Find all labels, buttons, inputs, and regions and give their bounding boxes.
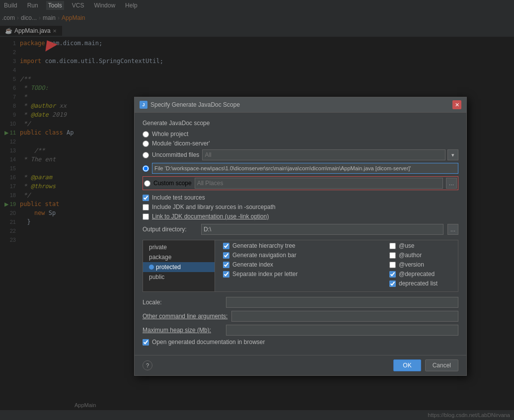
output-dir-input[interactable] [201, 224, 443, 235]
cb-include-test-label: Include test sources [152, 194, 205, 201]
custom-scope-combo[interactable] [195, 178, 443, 189]
locale-input[interactable] [226, 297, 458, 308]
heap-size-input[interactable] [226, 325, 458, 336]
cb-dep-list-input[interactable] [389, 280, 396, 287]
uncommitted-combo: ▾ [202, 149, 458, 160]
scope-list: private package protected public [143, 240, 215, 291]
help-button[interactable]: ? [143, 360, 152, 370]
cb-gen-hierarchy-label: Generate hierarchy tree [232, 242, 295, 249]
radio-custom-label: Custom scope [153, 180, 192, 187]
javadoc-dialog: J Specify Generate JavaDoc Scope ✕ Gener… [134, 97, 467, 376]
cb-gen-navbar[interactable]: Generate navigation bar [223, 252, 379, 259]
generate-options: Generate hierarchy tree Generate navigat… [223, 242, 379, 289]
cb-deprecated-label: @deprecated [399, 271, 435, 278]
cb-gen-index[interactable]: Generate index [223, 261, 379, 268]
cb-gen-index-label: Generate index [232, 261, 273, 268]
footer-buttons: OK Cancel [393, 359, 458, 371]
tag-options: @use @author @version @deprecated [389, 242, 454, 289]
options-panel: private package protected public Generat… [143, 240, 458, 292]
heap-size-row: Maximum heap size (Mb): [143, 325, 458, 336]
cancel-button[interactable]: Cancel [425, 359, 458, 371]
cb-author-label: @author [399, 252, 422, 259]
cb-sep-index[interactable]: Separate index per letter [223, 271, 379, 278]
cb-author[interactable]: @author [389, 252, 454, 259]
dialog-footer: ? OK Cancel [135, 355, 466, 375]
radio-uncommitted[interactable]: Uncommitted files ▾ [143, 149, 458, 160]
cb-deprecated-input[interactable] [389, 271, 396, 278]
cb-sep-index-input[interactable] [223, 271, 229, 278]
dialog-icon: J [140, 101, 147, 109]
scope-private[interactable]: private [143, 242, 215, 252]
radio-whole-project[interactable]: Whole project [143, 131, 458, 138]
uncommitted-combo-btn[interactable]: ▾ [447, 149, 458, 160]
dialog-title: J Specify Generate JavaDoc Scope [140, 101, 240, 109]
dialog-body: Generate JavaDoc scope Whole project Mod… [135, 113, 466, 355]
cb-use[interactable]: @use [389, 242, 454, 249]
cb-include-jdk-input[interactable] [143, 204, 149, 210]
radio-whole-project-input[interactable] [143, 131, 149, 138]
locale-label: Locale: [143, 299, 222, 306]
options-right: Generate hierarchy tree Generate navigat… [219, 240, 458, 291]
cb-include-jdk[interactable]: Include JDK and library sources in -sour… [143, 204, 458, 210]
uncommitted-combo-input[interactable] [202, 149, 445, 160]
cb-open-browser-label: Open generated documentation in browser [152, 339, 265, 346]
options-columns: Generate hierarchy tree Generate navigat… [223, 242, 454, 289]
cb-gen-navbar-label: Generate navigation bar [232, 252, 296, 259]
cb-open-browser[interactable]: Open generated documentation in browser [143, 339, 458, 346]
cb-open-browser-input[interactable] [143, 339, 149, 346]
other-args-input[interactable] [231, 311, 458, 322]
other-args-label: Other command line arguments: [143, 313, 227, 320]
cb-dep-list-label: deprecated list [399, 280, 438, 287]
scope-public[interactable]: public [143, 272, 215, 282]
cb-include-test[interactable]: Include test sources [143, 194, 458, 201]
cb-deprecated[interactable]: @deprecated [389, 271, 454, 278]
radio-module-input[interactable] [143, 140, 149, 147]
cb-link-jdk-input[interactable] [143, 213, 149, 220]
ok-button[interactable]: OK [393, 359, 421, 371]
radio-custom-scope[interactable]: Custom scope … [143, 176, 458, 190]
radio-module[interactable]: Module 'dicom-server' [143, 140, 458, 147]
radio-uncommitted-label: Uncommitted files [152, 151, 199, 158]
cb-include-test-input[interactable] [143, 195, 149, 201]
cb-link-jdk-label: Link to JDK documentation (use -link opt… [152, 213, 269, 220]
scope-protected[interactable]: protected [143, 262, 215, 272]
custom-scope-browse-btn[interactable]: … [446, 178, 457, 189]
other-args-row: Other command line arguments: [143, 311, 458, 322]
cb-gen-navbar-input[interactable] [223, 252, 229, 259]
scope-package[interactable]: package [143, 252, 215, 262]
output-directory-row: Output directory: … [143, 224, 458, 235]
cb-gen-hierarchy-input[interactable] [223, 243, 229, 249]
cb-version-label: @version [399, 261, 424, 268]
radio-whole-project-label: Whole project [152, 131, 188, 138]
radio-file-input[interactable] [143, 165, 149, 172]
cb-gen-hierarchy[interactable]: Generate hierarchy tree [223, 242, 379, 249]
cb-include-jdk-label: Include JDK and library sources in -sour… [152, 204, 276, 210]
radio-custom-input[interactable] [144, 180, 150, 187]
scope-radio-indicator [149, 265, 154, 270]
radio-file[interactable] [143, 163, 458, 174]
dialog-title-bar: J Specify Generate JavaDoc Scope ✕ [135, 97, 466, 113]
output-dir-label: Output directory: [143, 226, 197, 233]
cb-sep-index-label: Separate index per letter [232, 271, 297, 278]
cb-version-input[interactable] [389, 262, 396, 268]
dialog-title-text: Specify Generate JavaDoc Scope [150, 101, 240, 108]
cb-author-input[interactable] [389, 252, 396, 259]
dialog-close-button[interactable]: ✕ [452, 100, 461, 109]
section-label: Generate JavaDoc scope [143, 120, 458, 127]
cb-link-jdk[interactable]: Link to JDK documentation (use -link opt… [143, 213, 458, 220]
cb-use-input[interactable] [389, 243, 396, 249]
file-path-input[interactable] [152, 163, 458, 174]
radio-module-label: Module 'dicom-server' [152, 140, 210, 147]
cb-use-label: @use [399, 242, 415, 249]
cb-version[interactable]: @version [389, 261, 454, 268]
cb-gen-index-input[interactable] [223, 262, 229, 268]
radio-uncommitted-input[interactable] [143, 152, 149, 158]
output-dir-browse-btn[interactable]: … [447, 224, 458, 235]
locale-row: Locale: [143, 297, 458, 308]
heap-size-label: Maximum heap size (Mb): [143, 327, 222, 334]
cb-dep-list[interactable]: deprecated list [389, 280, 454, 287]
